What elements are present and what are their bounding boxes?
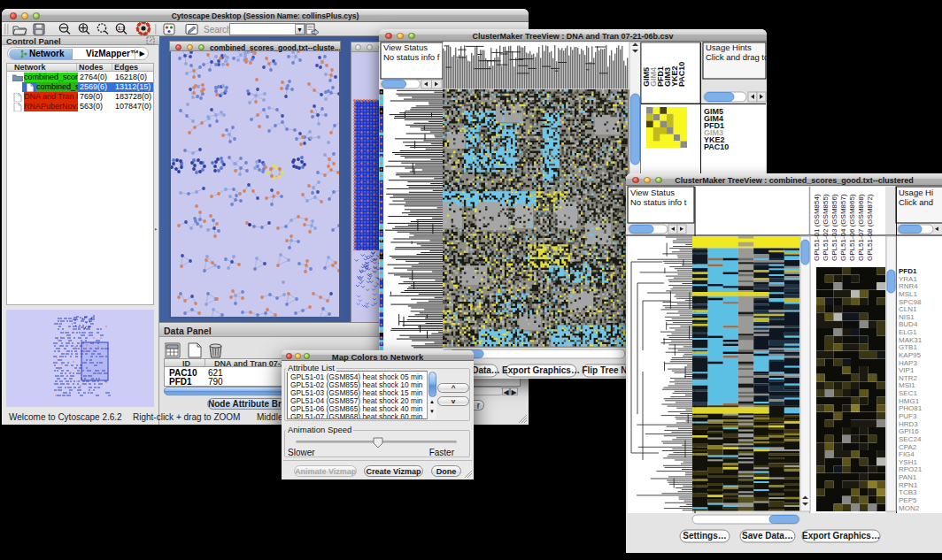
svg-text:MON2: MON2 <box>899 504 920 512</box>
svg-text:MSI1: MSI1 <box>899 381 915 389</box>
svg-text:Usage Hi: Usage Hi <box>899 188 933 197</box>
svg-text:View Status: View Status <box>630 188 675 197</box>
svg-text:Export Graphics…: Export Graphics… <box>802 531 880 541</box>
svg-text:Data…: Data… <box>472 365 500 375</box>
svg-text:Flip Tree N: Flip Tree N <box>582 365 627 375</box>
svg-text:Usage Hints: Usage Hints <box>706 42 752 52</box>
svg-text:Export Graphics…: Export Graphics… <box>502 365 580 375</box>
svg-text:Settings…: Settings… <box>683 531 726 541</box>
svg-text:PHO81: PHO81 <box>899 404 923 412</box>
svg-text:No status info t: No status info t <box>630 197 687 207</box>
svg-text:No status info f: No status info f <box>383 52 440 62</box>
svg-text:GPL51-06 (GSM865): GPL51-06 (GSM865) <box>848 194 856 261</box>
svg-text:YRA1: YRA1 <box>899 275 917 283</box>
svg-text:GPL51-01 (GSM854): GPL51-01 (GSM854) <box>813 194 821 261</box>
svg-text:View Status: View Status <box>383 42 428 52</box>
svg-text:YSH1: YSH1 <box>899 458 917 466</box>
svg-text:KAP95: KAP95 <box>899 351 921 359</box>
svg-text:GPI16: GPI16 <box>899 427 919 435</box>
svg-text:GPL51-03 (GSM856): GPL51-03 (GSM856) <box>830 194 838 261</box>
svg-text:ELG1: ELG1 <box>899 328 917 336</box>
svg-text:Save Data…: Save Data… <box>742 531 793 541</box>
svg-text:RPN1: RPN1 <box>899 481 918 489</box>
svg-text:GPL51-04 (GSM857): GPL51-04 (GSM857) <box>839 194 847 261</box>
svg-text:GPL51-02 (GSM855): GPL51-02 (GSM855) <box>822 194 830 261</box>
svg-text:PAC10: PAC10 <box>704 142 729 151</box>
svg-text:Click and: Click and <box>899 197 933 207</box>
svg-text:GPL51-08 (GSM872): GPL51-08 (GSM872) <box>866 194 874 261</box>
svg-text:1:1: 1:1 <box>118 26 125 31</box>
svg-text:PAC10: PAC10 <box>677 62 686 87</box>
svg-text:CLN1: CLN1 <box>899 305 917 313</box>
svg-text:GPL51-07 (GSM868): GPL51-07 (GSM868) <box>857 194 865 261</box>
svg-text:Click and drag to: Click and drag to <box>706 52 767 62</box>
